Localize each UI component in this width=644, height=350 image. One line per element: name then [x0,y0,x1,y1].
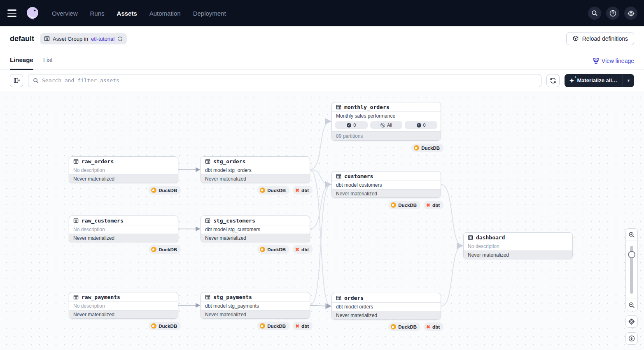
nav-item-overview[interactable]: Overview [52,10,78,17]
tab-list[interactable]: List [43,56,53,70]
kind-badges-raw_payments: DuckDB [69,322,181,330]
table-icon [73,218,79,223]
duckdb-badge[interactable]: DuckDB [411,144,443,152]
alert-circle-icon [417,123,421,127]
asset-name: stg_payments [213,294,252,300]
nav-item-automation[interactable]: Automation [149,10,181,17]
asset-group-label: Asset Group in [53,36,88,42]
asset-status: Never materialized [332,311,441,319]
table-icon [205,159,210,164]
dbt-badge[interactable]: ✖dbt [424,322,443,331]
settings-gear-icon[interactable] [624,7,637,20]
asset-node-monthly_orders[interactable]: monthly_orders Monthly sales performance… [331,102,441,141]
dbt-badge[interactable]: ✖dbt [293,245,313,254]
help-icon[interactable] [606,7,619,20]
asset-node-stg_orders[interactable]: stg_orders dbt model stg_orders Never ma… [201,156,310,183]
sparkle-icon: ✦ [569,78,574,83]
zoom-out-icon[interactable] [626,299,637,311]
nav-item-deployment[interactable]: Deployment [193,10,226,17]
asset-name: customers [344,173,373,179]
asset-name: raw_customers [82,218,124,224]
partition-pill[interactable]: All [370,121,403,129]
asset-name: stg_orders [213,158,245,165]
zoom-slider-thumb[interactable] [628,251,635,258]
asset-description: dbt model stg_customers [201,225,310,234]
table-icon [73,159,79,164]
duckdb-badge[interactable]: DuckDB [257,186,289,195]
zoom-slider[interactable] [626,241,637,299]
edge-orders-to-dashboard [441,246,462,306]
dagster-logo[interactable] [25,5,40,21]
slash-circle-icon [380,123,385,127]
refresh-graph-icon[interactable] [546,74,560,87]
duckdb-badge[interactable]: DuckDB [388,201,420,209]
partition-count: 89 partitions [332,131,441,140]
reload-definitions-button[interactable]: Reload definitions [566,32,634,45]
dbt-badge[interactable]: ✖dbt [293,186,313,195]
duckdb-badge[interactable]: DuckDB [257,322,289,330]
asset-node-dashboard[interactable]: dashboard No description Never materiali… [463,232,573,259]
view-lineage-link[interactable]: View lineage [593,58,634,70]
asset-description: No description [69,166,178,174]
asset-status: Never materialized [464,250,572,259]
partition-pill[interactable]: 0 [335,121,368,129]
asset-description: dbt model customers [332,181,441,189]
asset-name: orders [344,295,364,301]
dbt-badge[interactable]: ✖dbt [424,201,443,209]
search-input[interactable] [42,77,537,83]
kind-badges-stg_customers: DuckDB✖dbt [201,245,313,254]
asset-node-raw_customers[interactable]: raw_customers No description Never mater… [69,216,178,242]
zoom-in-icon[interactable] [626,229,637,241]
materialize-all-button[interactable]: ✦ Materialize all… [565,77,623,83]
top-nav: OverviewRunsAssetsAutomationDeployment [0,0,644,26]
asset-description: No description [464,242,572,250]
table-icon [205,218,210,223]
asset-description: Monthly sales performance [332,112,441,120]
asset-node-customers[interactable]: customers dbt model customers Never mate… [331,171,441,198]
toggle-sidebar-icon[interactable] [10,74,23,87]
lineage-icon [593,58,599,64]
asset-description: No description [69,302,178,310]
dbt-icon: ✖ [295,247,299,252]
asset-node-raw_orders[interactable]: raw_orders No description Never material… [69,156,178,183]
nav-links: OverviewRunsAssetsAutomationDeployment [52,10,226,17]
dbt-badge[interactable]: ✖dbt [293,322,313,330]
search-icon[interactable] [588,7,601,20]
nav-item-runs[interactable]: Runs [90,10,105,17]
asset-node-raw_payments[interactable]: raw_payments No description Never materi… [69,292,178,319]
reload-repo-icon[interactable] [117,36,123,42]
dbt-icon: ✖ [426,203,430,208]
duckdb-badge[interactable]: DuckDB [388,322,420,331]
partition-pill[interactable]: 0 [405,121,437,129]
edge-stg_orders-to-monthly_orders [310,121,331,170]
duckdb-icon [414,145,419,151]
tab-lineage[interactable]: Lineage [10,56,33,70]
recenter-icon[interactable] [625,332,638,345]
lineage-canvas[interactable]: monthly_orders Monthly sales performance… [0,91,644,350]
asset-node-stg_payments[interactable]: stg_payments dbt model stg_payments Neve… [201,292,310,319]
table-icon [336,295,341,301]
edge-stg_payments-to-orders [310,306,331,306]
asset-group-badge: Asset Group in etl-tutorial [40,33,127,44]
check-circle-icon [347,123,351,127]
asset-status: Never materialized [69,234,178,242]
duckdb-badge[interactable]: DuckDB [149,186,181,195]
graph-settings-icon[interactable] [625,315,638,328]
asset-node-orders[interactable]: orders dbt model orders Never materializ… [331,293,441,320]
table-icon [205,294,210,300]
asset-name: stg_customers [213,218,255,224]
materialize-dropdown-caret[interactable]: ▼ [623,79,634,83]
duckdb-icon [151,188,156,193]
duckdb-badge[interactable]: DuckDB [149,245,181,254]
duckdb-badge[interactable]: DuckDB [149,322,181,330]
repo-link[interactable]: etl-tutorial [91,36,114,42]
asset-status: Never materialized [201,174,310,183]
nav-item-assets[interactable]: Assets [117,10,137,17]
asset-node-stg_customers[interactable]: stg_customers dbt model stg_customers Ne… [201,216,310,242]
duckdb-icon [260,188,265,193]
menu-icon[interactable] [7,6,21,21]
kind-badges-customers: DuckDB✖dbt [331,201,443,209]
duckdb-badge[interactable]: DuckDB [257,245,289,254]
materialize-all-button-group: ✦ Materialize all… ▼ [565,74,634,87]
asset-status: Never materialized [201,310,310,318]
